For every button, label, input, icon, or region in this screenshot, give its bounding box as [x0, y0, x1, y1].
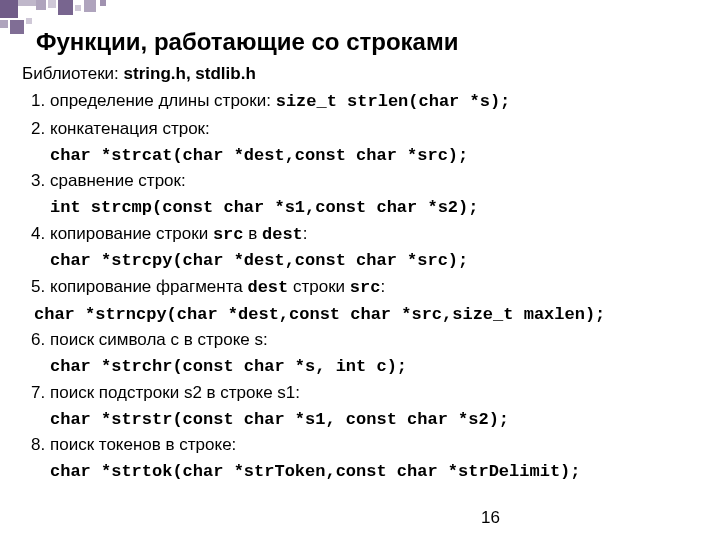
list-item: поиск символа с в строке s:: [50, 327, 702, 354]
code-line: char *strcat(char *dest,const char *src)…: [50, 143, 702, 169]
libraries-prefix: Библиотеки:: [22, 64, 124, 83]
code-line: char *strncpy(char *dest,const char *src…: [34, 302, 702, 328]
list-item: сравнение строк:: [50, 168, 702, 195]
list-item: поиск токенов в строке:: [50, 432, 702, 459]
list-item: определение длины строки: size_t strlen(…: [50, 88, 702, 116]
function-list: поиск токенов в строке:: [22, 432, 702, 459]
code-line: char *strtok(char *strToken,const char *…: [50, 459, 702, 485]
function-list: поиск символа с в строке s:: [22, 327, 702, 354]
page-number: 16: [481, 508, 500, 528]
function-list: сравнение строк:: [22, 168, 702, 195]
function-list: поиск подстроки s2 в строке s1:: [22, 380, 702, 407]
list-item: поиск подстроки s2 в строке s1:: [50, 380, 702, 407]
function-list: копирование строки src в dest:: [22, 221, 702, 249]
code-line: char *strstr(const char *s1, const char …: [50, 407, 702, 433]
list-item: копирование строки src в dest:: [50, 221, 702, 249]
list-item: конкатенация строк:: [50, 116, 702, 143]
slide-title: Функции, работающие со строками: [36, 28, 702, 56]
code-line: char *strcpy(char *dest,const char *src)…: [50, 248, 702, 274]
list-item: копирование фрагмента dest строки src:: [50, 274, 702, 302]
function-list: копирование фрагмента dest строки src:: [22, 274, 702, 302]
libraries-line: Библиотеки: string.h, stdlib.h: [22, 64, 702, 84]
function-list: определение длины строки: size_t strlen(…: [22, 88, 702, 143]
code-line: int strcmp(const char *s1,const char *s2…: [50, 195, 702, 221]
code-line: char *strchr(const char *s, int c);: [50, 354, 702, 380]
libraries-names: string.h, stdlib.h: [124, 64, 256, 83]
